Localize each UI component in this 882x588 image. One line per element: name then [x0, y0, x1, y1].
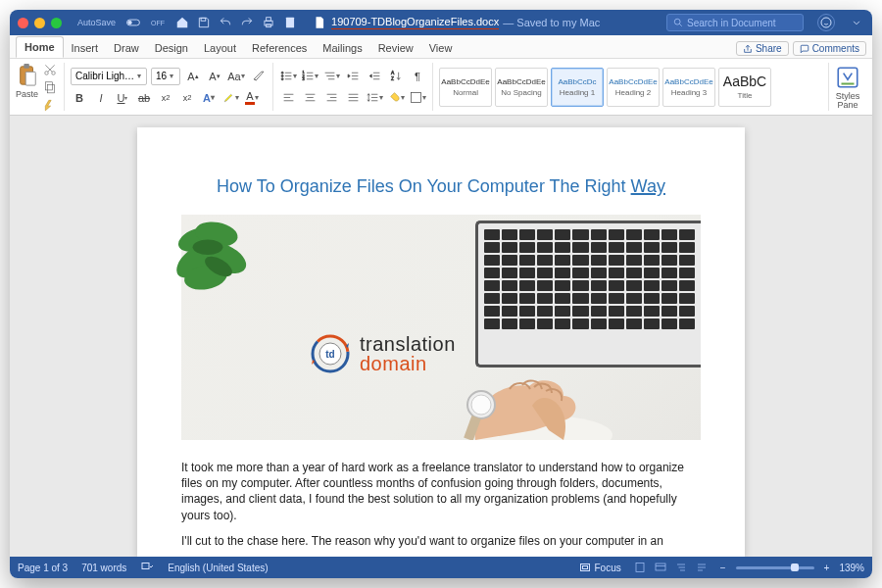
style-no-spacing[interactable]: AaBbCcDdEeNo Spacing: [495, 68, 548, 107]
document-title: 190709-TDBlogOrganizeFiles.docx — Saved …: [312, 15, 600, 30]
autosave-state: OFF: [151, 20, 165, 26]
undo-icon[interactable]: [218, 15, 233, 30]
autosave-toggle[interactable]: [125, 15, 141, 30]
language-indicator[interactable]: English (United States): [168, 563, 268, 573]
comments-button[interactable]: Comments: [793, 41, 866, 56]
styles-pane-button[interactable]: Styles Pane: [835, 65, 860, 110]
svg-text:Z: Z: [391, 76, 394, 81]
svg-rect-43: [582, 566, 587, 569]
svg-rect-15: [45, 81, 52, 89]
underline-button[interactable]: U▾: [114, 89, 131, 107]
print-layout-icon[interactable]: [631, 561, 649, 574]
copy-icon[interactable]: [42, 80, 58, 94]
style-heading-2[interactable]: AaBbCcDdEeHeading 2: [607, 68, 660, 107]
text-effects-icon[interactable]: A▾: [200, 89, 218, 107]
document-heading[interactable]: How To Organize Files On Your Computer T…: [181, 176, 701, 197]
search-input[interactable]: Search in Document: [666, 14, 804, 31]
align-center-icon[interactable]: [301, 89, 318, 107]
body-paragraph-1[interactable]: It took me more than a year of hard work…: [181, 460, 701, 523]
align-left-icon[interactable]: [279, 89, 297, 107]
redo-icon[interactable]: [239, 15, 255, 30]
ribbon: Paste Calibri Ligh…▾ 16▾ A▴ A▾ Aa▾ B I U…: [10, 59, 872, 116]
highlight-icon[interactable]: ▾: [221, 89, 239, 107]
zoom-out-button[interactable]: −: [720, 563, 726, 573]
paste-button[interactable]: Paste: [16, 63, 38, 111]
spellcheck-icon[interactable]: [140, 561, 154, 574]
tab-view[interactable]: View: [421, 38, 461, 58]
sort-icon[interactable]: AZ: [387, 68, 405, 85]
tab-layout[interactable]: Layout: [196, 38, 244, 58]
svg-rect-14: [48, 84, 55, 92]
align-right-icon[interactable]: [322, 89, 340, 107]
zoom-in-button[interactable]: +: [824, 563, 830, 573]
borders-icon[interactable]: ▾: [409, 89, 426, 107]
close-window-button[interactable]: [18, 18, 28, 28]
tab-references[interactable]: References: [244, 38, 315, 58]
hero-image[interactable]: td translationdomain: [181, 215, 701, 440]
word-count[interactable]: 701 words: [81, 563, 126, 573]
minimize-window-button[interactable]: [34, 18, 45, 28]
svg-point-31: [193, 240, 223, 255]
style-normal[interactable]: AaBbCcDdEeNormal: [439, 68, 492, 107]
page-indicator[interactable]: Page 1 of 3: [18, 563, 68, 573]
web-layout-icon[interactable]: [652, 561, 669, 574]
draft-view-icon[interactable]: [693, 561, 710, 574]
zoom-level[interactable]: 139%: [839, 563, 864, 573]
body-paragraph-2[interactable]: I'll cut to the chase here. The reason w…: [181, 533, 701, 549]
shrink-font-icon[interactable]: A▾: [206, 68, 223, 85]
decrease-indent-icon[interactable]: [344, 68, 362, 85]
style-title[interactable]: AaBbCTitle: [718, 68, 771, 107]
shading-icon[interactable]: ▾: [387, 89, 405, 107]
line-spacing-icon[interactable]: ▾: [366, 89, 383, 107]
tab-insert[interactable]: Insert: [64, 38, 107, 58]
filename-text: 190709-TDBlogOrganizeFiles.docx: [331, 16, 499, 29]
clear-format-icon[interactable]: [249, 68, 267, 85]
multilevel-list-icon[interactable]: ▾: [322, 68, 340, 85]
grow-font-icon[interactable]: A▴: [184, 68, 202, 85]
style-heading-1[interactable]: AaBbCcDcHeading 1: [551, 68, 604, 107]
print-icon[interactable]: [261, 15, 276, 30]
style-heading-3[interactable]: AaBbCcDdEeHeading 3: [662, 68, 715, 107]
format-painter-icon[interactable]: [42, 98, 58, 112]
superscript-button[interactable]: x2: [178, 89, 196, 107]
svg-rect-45: [656, 564, 665, 570]
template-icon[interactable]: [282, 15, 298, 30]
font-size-select[interactable]: 16▾: [151, 68, 180, 85]
save-icon[interactable]: [196, 15, 212, 30]
group-paragraph: ▾ 123▾ ▾ AZ ¶ ▾ ▾ ▾: [279, 63, 433, 111]
share-button[interactable]: Share: [736, 41, 789, 56]
style-gallery: AaBbCcDdEeNormal AaBbCcDdEeNo Spacing Aa…: [439, 68, 822, 107]
increase-indent-icon[interactable]: [366, 68, 383, 85]
svg-rect-4: [267, 18, 271, 22]
expand-icon[interactable]: [849, 15, 864, 30]
document-page[interactable]: How To Organize Files On Your Computer T…: [137, 127, 745, 557]
outline-view-icon[interactable]: [672, 561, 690, 574]
maximize-window-button[interactable]: [51, 18, 62, 28]
show-marks-icon[interactable]: ¶: [409, 68, 426, 85]
group-styles-pane: Styles Pane: [835, 63, 866, 111]
tab-home[interactable]: Home: [16, 36, 64, 58]
bold-button[interactable]: B: [71, 89, 88, 107]
tab-mailings[interactable]: Mailings: [315, 38, 369, 58]
feedback-icon[interactable]: [817, 14, 835, 31]
font-name-select[interactable]: Calibri Ligh…▾: [71, 68, 147, 85]
saved-status: — Saved to my Mac: [503, 17, 600, 28]
italic-button[interactable]: I: [92, 89, 110, 107]
numbering-icon[interactable]: 123▾: [301, 68, 318, 85]
svg-rect-44: [636, 564, 644, 572]
group-clipboard: Paste: [16, 63, 65, 111]
font-color-icon[interactable]: A▾: [243, 89, 261, 107]
tab-review[interactable]: Review: [370, 38, 421, 58]
tab-draw[interactable]: Draw: [106, 38, 147, 58]
change-case-icon[interactable]: Aa▾: [227, 68, 245, 85]
justify-icon[interactable]: [344, 89, 362, 107]
strike-button[interactable]: ab: [135, 89, 153, 107]
bullets-icon[interactable]: ▾: [279, 68, 297, 85]
tab-design[interactable]: Design: [147, 38, 196, 58]
document-canvas[interactable]: How To Organize Files On Your Computer T…: [10, 116, 872, 557]
home-icon[interactable]: [174, 15, 190, 30]
zoom-slider[interactable]: [736, 566, 814, 569]
cut-icon[interactable]: [42, 63, 58, 76]
focus-mode[interactable]: Focus: [579, 562, 621, 573]
subscript-button[interactable]: x2: [157, 89, 174, 107]
